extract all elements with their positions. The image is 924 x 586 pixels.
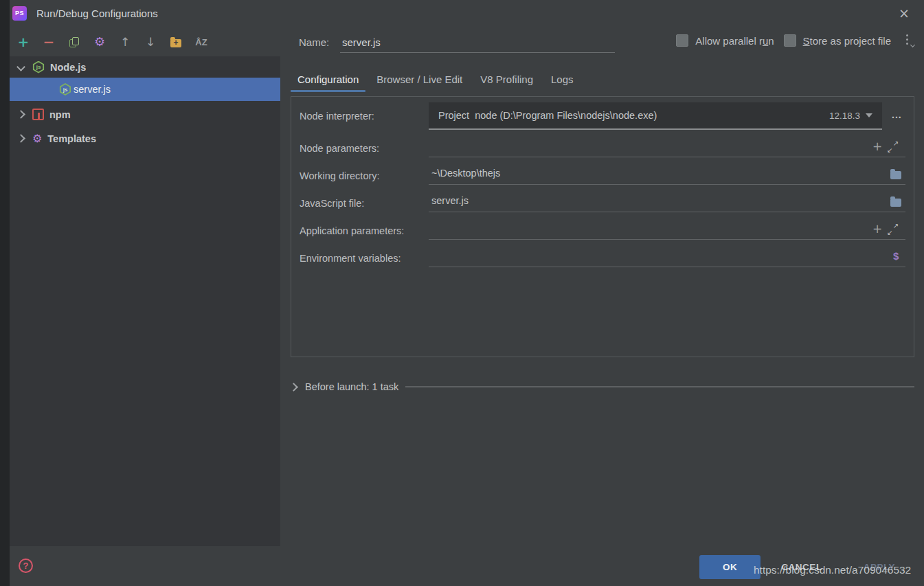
chevron-right-icon[interactable]	[289, 383, 298, 392]
arrow-up-icon: ↑	[120, 36, 130, 48]
tree-item-label: server.js	[74, 84, 111, 95]
chevron-down-icon[interactable]	[16, 63, 25, 71]
add-macro-icon[interactable]: +	[872, 141, 882, 153]
before-launch-section[interactable]: Before launch: 1 task	[291, 376, 914, 397]
javascript-file-input[interactable]: server.js	[429, 190, 905, 212]
tree-item-nodejs-group[interactable]: js Node.js	[10, 56, 280, 78]
expand-field-icon[interactable]: ↗↙	[888, 224, 898, 234]
environment-variables-input[interactable]	[429, 245, 905, 267]
working-directory-input[interactable]: ~\Desktop\thejs	[429, 162, 905, 185]
create-folder-button[interactable]: +	[168, 34, 184, 50]
tab-logs[interactable]: Logs	[544, 67, 581, 92]
arrow-down-icon: ↓	[146, 36, 155, 48]
move-up-button[interactable]: ↑	[117, 34, 133, 50]
node-parameters-label: Node parameters:	[300, 143, 379, 154]
copy-configuration-button[interactable]	[66, 34, 82, 50]
phpstorm-logo-icon: PS	[12, 6, 27, 21]
chevron-right-icon[interactable]	[16, 110, 25, 119]
tree-item-npm-group[interactable]: npm	[10, 104, 280, 125]
move-down-button[interactable]: ↓	[142, 34, 159, 50]
checkbox-icon[interactable]	[784, 34, 796, 47]
tree-item-server-js[interactable]: js server.js	[10, 78, 280, 101]
configurations-tree: js Node.js js server.js npm ⚙ Templates	[10, 56, 280, 546]
templates-gear-icon: ⚙	[32, 133, 42, 144]
sort-configurations-button[interactable]: ÂZ	[193, 34, 210, 50]
apply-button[interactable]: APPLY	[848, 555, 910, 579]
help-icon[interactable]: ?	[19, 559, 33, 573]
window-edge-strip	[0, 0, 10, 586]
store-as-project-file-label: Store as project file	[803, 35, 891, 47]
folder-plus-glyph: +	[170, 38, 181, 47]
environment-variables-label: Environment variables:	[300, 253, 401, 264]
minus-icon: −	[43, 35, 55, 49]
tab-browser-live-edit[interactable]: Browser / Live Edit	[370, 67, 469, 92]
working-directory-icons	[890, 169, 901, 179]
node-interpreter-select[interactable]: Project node (D:\Program Files\nodejs\no…	[429, 102, 882, 130]
name-input[interactable]: server.js	[340, 32, 615, 53]
remove-configuration-button[interactable]: −	[41, 34, 57, 50]
config-tabs: Configuration Browser / Live Edit V8 Pro…	[291, 67, 581, 92]
node-interpreter-value: Project node (D:\Program Files\nodejs\no…	[429, 110, 829, 121]
copy-icon	[69, 37, 79, 47]
allow-parallel-run-checkbox[interactable]: Allow parallel run	[676, 34, 774, 47]
gear-icon: ⚙	[94, 36, 105, 48]
javascript-file-icons	[890, 196, 901, 207]
application-parameters-input[interactable]	[429, 217, 905, 240]
interpreter-more-button[interactable]: ...	[888, 109, 906, 120]
logo-text: PS	[15, 10, 24, 16]
plus-icon: +	[18, 35, 30, 49]
application-parameters-label: Application parameters:	[300, 225, 404, 236]
environment-variables-icons: $	[893, 250, 899, 262]
tree-item-templates-group[interactable]: ⚙ Templates	[10, 128, 280, 149]
chevron-down-icon	[910, 43, 915, 47]
tab-v8-profiling[interactable]: V8 Profiling	[473, 67, 540, 92]
cancel-button[interactable]: CANCEL	[771, 555, 833, 579]
tree-item-label: Node.js	[50, 62, 86, 73]
nodejs-icon: js	[32, 61, 45, 74]
checkbox-icon[interactable]	[676, 34, 688, 47]
dollar-icon[interactable]: $	[893, 250, 899, 262]
tab-configuration[interactable]: Configuration	[291, 67, 365, 92]
close-icon[interactable]: ×	[895, 4, 913, 22]
before-launch-label: Before launch: 1 task	[305, 381, 398, 392]
sort-az-icon: ÂZ	[195, 37, 207, 47]
browse-folder-icon[interactable]	[890, 171, 901, 179]
separator-line	[405, 386, 914, 387]
npm-icon	[32, 109, 44, 120]
browse-folder-icon[interactable]	[890, 199, 901, 207]
node-parameters-input[interactable]	[429, 135, 905, 157]
expand-field-icon[interactable]: ↗↙	[888, 142, 898, 152]
more-options-kebab-icon[interactable]	[903, 33, 914, 48]
run-debug-configurations-dialog: PS Run/Debug Configurations × + − ⚙ ↑ ↓ …	[0, 0, 924, 586]
name-value: server.js	[342, 36, 381, 48]
nodejs-icon: js	[59, 83, 71, 95]
title-bar: PS Run/Debug Configurations ×	[10, 0, 924, 26]
new-folder-icon: +	[170, 39, 181, 47]
node-parameters-icons: + ↗↙	[872, 141, 898, 153]
tree-item-label: Templates	[47, 133, 96, 144]
tree-toolbar: + − ⚙ ↑ ↓ + ÂZ	[10, 29, 280, 55]
header-options: Allow parallel run Store as project file	[676, 33, 914, 48]
edit-defaults-button[interactable]: ⚙	[91, 34, 108, 50]
application-parameters-icons: + ↗↙	[872, 223, 898, 235]
node-version: 12.18.3	[829, 111, 860, 121]
dialog-title: Run/Debug Configurations	[36, 8, 158, 19]
tree-item-label: npm	[49, 109, 71, 120]
add-configuration-button[interactable]: +	[15, 34, 32, 50]
configuration-form-panel: Node interpreter: Project node (D:\Progr…	[291, 96, 914, 357]
working-directory-label: Working directory:	[300, 170, 380, 181]
name-label: Name:	[299, 36, 329, 48]
ok-button[interactable]: OK	[699, 555, 760, 579]
javascript-file-label: JavaScript file:	[300, 198, 364, 209]
store-as-project-file-checkbox[interactable]: Store as project file	[784, 34, 891, 47]
chevron-right-icon[interactable]	[16, 134, 25, 143]
node-interpreter-label: Node interpreter:	[300, 111, 374, 122]
combo-arrow-icon	[866, 113, 872, 117]
add-macro-icon[interactable]: +	[872, 223, 882, 235]
allow-parallel-run-label: Allow parallel run	[695, 35, 774, 47]
